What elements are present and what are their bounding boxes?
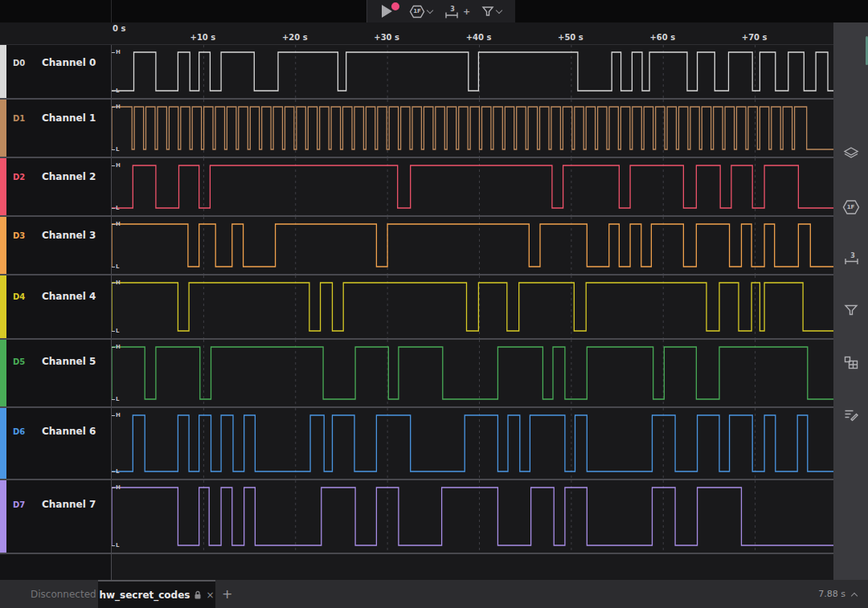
- capture-controls: 1F 3 +: [366, 0, 515, 22]
- row-divider: [0, 157, 833, 158]
- channel-name-label: Channel 6: [42, 426, 96, 437]
- add-measurement-button[interactable]: 3 +: [440, 2, 473, 21]
- hex-radix-icon[interactable]: 1F: [842, 200, 860, 215]
- chevron-down-icon: [496, 6, 502, 13]
- right-sidebar: 1F 3: [833, 22, 868, 580]
- device-status-label: Disconnected: [31, 589, 96, 600]
- waveform-row-d2[interactable]: HL: [112, 158, 834, 215]
- level-tick: [112, 208, 115, 209]
- low-level-label: L: [116, 542, 119, 549]
- waveform-row-d1[interactable]: HL: [112, 100, 834, 157]
- ruler-tick-label: +30 s: [374, 33, 399, 42]
- level-tick: [112, 545, 115, 546]
- ruler-tick-label: +10 s: [190, 33, 216, 42]
- waveform-row-d3[interactable]: HL: [112, 217, 834, 274]
- channel-color-strip[interactable]: [0, 340, 6, 406]
- level-tick: [112, 331, 115, 332]
- high-level-label: H: [116, 162, 121, 169]
- level-tick: [112, 91, 115, 92]
- channel-color-strip[interactable]: [0, 408, 6, 479]
- record-dot-icon: [390, 1, 401, 12]
- ruler-origin-label: 0 s: [113, 24, 125, 33]
- row-divider: [0, 338, 833, 340]
- status-bar: Disconnected hw_secret_codes × + 7.88 s: [0, 580, 868, 608]
- level-tick: [112, 107, 115, 108]
- channel-name-label: Channel 5: [42, 356, 96, 367]
- channel-label-row-d6[interactable]: D6Channel 6: [0, 408, 111, 479]
- ruler-tick-label: +50 s: [558, 33, 583, 42]
- ruler-tick-label: +40 s: [466, 33, 492, 42]
- level-tick: [112, 415, 115, 416]
- waveform-area[interactable]: HLHLHLHLHLHLHLHL: [111, 45, 833, 580]
- level-tick: [112, 488, 115, 488]
- ruler-tick-label: +20 s: [282, 33, 308, 42]
- channel-name-label: Channel 0: [42, 57, 96, 68]
- row-divider: [0, 215, 833, 217]
- chevron-up-icon: [851, 592, 858, 598]
- waveform-row-d5[interactable]: HL: [112, 340, 834, 406]
- waveform-row-d0[interactable]: HL: [112, 45, 834, 98]
- channel-label-row-d3[interactable]: D3Channel 3: [0, 217, 111, 274]
- low-level-label: L: [116, 263, 119, 270]
- waveform-row-d7[interactable]: HL: [112, 480, 834, 553]
- radix-selector-button[interactable]: 1F: [406, 2, 436, 21]
- blocks-icon[interactable]: [843, 355, 858, 373]
- channel-label-row-d1[interactable]: D1Channel 1: [0, 100, 111, 157]
- top-toolbar: 1F 3 +: [0, 0, 868, 22]
- measurement-count: 3: [450, 6, 455, 13]
- channel-name-label: Channel 3: [42, 230, 96, 241]
- channel-label-row-d4[interactable]: D4Channel 4: [0, 275, 111, 338]
- capture-tab[interactable]: hw_secret_codes ×: [98, 580, 215, 608]
- tab-title: hw_secret_codes: [99, 590, 190, 601]
- channel-color-strip[interactable]: [0, 275, 6, 338]
- channel-name-label: Channel 4: [42, 291, 96, 302]
- close-tab-icon[interactable]: ×: [206, 590, 214, 601]
- channel-name-label: Channel 1: [42, 112, 96, 124]
- funnel-icon[interactable]: [844, 304, 858, 320]
- hex-radix-icon: 1F: [409, 5, 425, 18]
- annotations-icon[interactable]: [843, 408, 858, 425]
- high-level-label: H: [116, 49, 121, 55]
- layers-icon[interactable]: [843, 146, 859, 164]
- channel-id-label: D2: [13, 173, 25, 182]
- channel-id-label: D1: [13, 114, 25, 123]
- low-level-label: L: [116, 205, 119, 211]
- level-tick: [112, 283, 115, 284]
- row-divider: [0, 479, 833, 480]
- channel-label-row-d7[interactable]: D7Channel 7: [0, 480, 111, 553]
- high-level-label: H: [116, 412, 121, 418]
- channel-color-strip[interactable]: [0, 217, 6, 274]
- level-tick: [112, 267, 115, 267]
- channel-label-row-d2[interactable]: D2Channel 2: [0, 158, 111, 215]
- channel-id-label: D3: [13, 231, 25, 240]
- capture-duration-label: 7.88 s: [818, 589, 845, 599]
- channel-color-strip[interactable]: [0, 480, 6, 553]
- row-divider: [0, 406, 833, 408]
- funnel-icon: [481, 6, 494, 17]
- level-tick: [112, 471, 115, 472]
- high-level-label: H: [116, 104, 121, 110]
- channel-color-strip[interactable]: [0, 100, 6, 157]
- filter-button[interactable]: [478, 2, 505, 21]
- row-divider: [0, 98, 833, 100]
- lock-icon: [194, 590, 202, 600]
- channel-label-row-d5[interactable]: D5Channel 5: [0, 340, 111, 406]
- level-tick: [112, 165, 115, 166]
- channel-color-strip[interactable]: [0, 158, 6, 215]
- channel-label-row-d0[interactable]: D0Channel 0: [0, 45, 111, 98]
- channel-color-strip[interactable]: [0, 45, 6, 98]
- waveform-row-d4[interactable]: HL: [112, 275, 834, 338]
- low-level-label: L: [116, 328, 119, 334]
- svg-text:3: 3: [850, 252, 855, 259]
- channel-id-label: D6: [13, 427, 25, 436]
- capture-duration-toggle[interactable]: 7.88 s: [818, 580, 857, 608]
- time-ruler[interactable]: 0 s +10 s+20 s+30 s+40 s+50 s+60 s+70 s: [0, 22, 833, 45]
- high-level-label: H: [116, 344, 121, 350]
- channel-id-label: D7: [13, 500, 25, 509]
- start-capture-button[interactable]: [374, 2, 401, 21]
- measurements-icon[interactable]: 3: [842, 251, 860, 269]
- add-tab-button[interactable]: +: [222, 580, 232, 608]
- level-tick: [112, 149, 115, 150]
- row-divider: [0, 274, 833, 275]
- waveform-row-d6[interactable]: HL: [112, 408, 834, 479]
